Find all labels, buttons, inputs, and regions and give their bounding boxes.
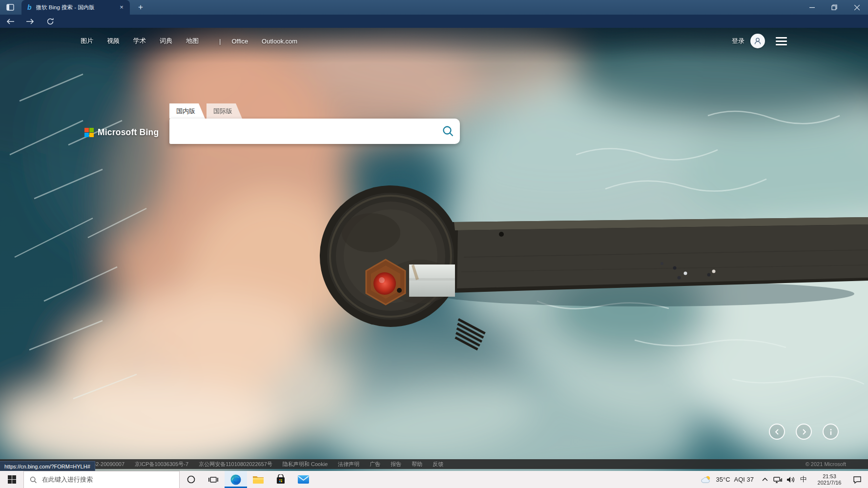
bing-homepage: 图片 视频 学术 词典 地图 | Office Outlook.com 登录 [0, 28, 868, 471]
bing-logo-text: Microsoft Bing [98, 127, 159, 138]
hamburger-icon [776, 37, 787, 39]
window-restore-button[interactable] [823, 0, 846, 15]
edge-taskbar-button[interactable] [225, 471, 247, 488]
search-version-tabs: 国内版 国际版 [169, 103, 242, 119]
tab-close-button[interactable]: × [117, 3, 126, 12]
action-center-icon [853, 476, 862, 484]
mail-icon [298, 475, 309, 484]
footer-link[interactable]: 帮助 [412, 461, 422, 468]
status-tooltip: https://cn.bing.com/?FORM=HYLH# [0, 461, 95, 471]
file-explorer-button[interactable] [247, 471, 269, 488]
weather-temp: 35°C [716, 476, 730, 483]
bing-favicon-icon: b [27, 4, 32, 11]
footer-link[interactable]: 反馈 [433, 461, 443, 468]
windows-taskbar: 在此键入进行搜索 [0, 471, 868, 488]
footer-link[interactable]: 京公网安备11010802022657号 [199, 461, 272, 468]
page-footer: 合字B2-20090007 京ICP备10036305号-7 京公网安备1101… [0, 459, 868, 469]
windows-logo-icon [8, 475, 16, 484]
footer-copyright: © 2021 Microsoft [806, 461, 846, 467]
refresh-icon [46, 18, 54, 25]
chevron-up-icon [762, 478, 768, 482]
footer-link[interactable]: 报告 [391, 461, 401, 468]
image-carousel-controls [769, 424, 839, 440]
ime-indicator[interactable]: 中 [797, 475, 810, 484]
back-icon [6, 18, 15, 25]
volume-button[interactable] [784, 471, 797, 488]
browser-toolbar: https://cn.bing.com/?FORM=Z9FD1 [0, 15, 868, 28]
search-box [169, 119, 460, 144]
window-minimize-button[interactable] [801, 0, 823, 15]
image-info-button[interactable] [823, 424, 839, 440]
footer-link[interactable]: 隐私声明和 Cookie [283, 461, 328, 468]
clock-widget[interactable]: 21:53 2021/7/16 [810, 473, 848, 486]
nav-link-maps[interactable]: 地图 [186, 37, 199, 45]
start-button[interactable] [0, 471, 23, 488]
cortana-icon [187, 475, 195, 484]
weather-widget[interactable]: 35°C AQI 37 [696, 475, 759, 484]
microsoft-logo-icon [84, 128, 94, 137]
nav-link-videos[interactable]: 视频 [107, 37, 120, 45]
nav-separator: | [219, 38, 221, 45]
footer-link[interactable]: 京ICP备10036305号-7 [135, 461, 188, 468]
user-avatar[interactable] [750, 34, 765, 48]
lighthouse-dome [373, 272, 396, 295]
task-view-icon [208, 476, 218, 484]
clock-time: 21:53 [815, 473, 844, 480]
person-icon [753, 37, 762, 45]
network-button[interactable] [771, 471, 784, 488]
store-icon [275, 474, 286, 485]
restore-icon [831, 4, 837, 10]
store-button[interactable] [269, 471, 292, 488]
close-icon [854, 5, 860, 10]
speaker-icon [786, 476, 795, 483]
info-icon [828, 428, 834, 435]
mail-button[interactable] [292, 471, 314, 488]
vertical-tabs-icon [6, 4, 14, 11]
back-button[interactable] [3, 16, 18, 27]
footer-link[interactable]: 广告 [370, 461, 380, 468]
carousel-prev-button[interactable] [769, 424, 785, 440]
clock-date: 2021/7/16 [815, 480, 844, 486]
nav-link-academic[interactable]: 学术 [133, 37, 146, 45]
tab-domestic[interactable]: 国内版 [169, 103, 205, 119]
nav-link-dictionary[interactable]: 词典 [160, 37, 172, 45]
action-center-button[interactable] [848, 471, 866, 488]
signin-link[interactable]: 登录 [732, 37, 744, 45]
forward-icon [26, 18, 34, 25]
weather-aqi: AQI 37 [734, 476, 754, 483]
network-icon [773, 476, 782, 483]
browser-tab[interactable]: b 微软 Bing 搜索 - 国内版 × [21, 0, 130, 15]
bing-top-nav: 图片 视频 学术 词典 地图 | Office Outlook.com 登录 [0, 28, 868, 54]
forward-button[interactable] [22, 16, 37, 27]
folder-icon [252, 475, 264, 485]
weather-icon [701, 475, 712, 484]
nav-link-images[interactable]: 图片 [81, 37, 93, 45]
bing-logo: Microsoft Bing [84, 123, 159, 141]
search-icon [442, 125, 455, 138]
task-view-button[interactable] [202, 471, 225, 488]
hero-background-image [0, 28, 868, 471]
hamburger-menu-button[interactable] [776, 37, 787, 45]
edge-icon [230, 474, 242, 486]
cortana-button[interactable] [180, 471, 202, 488]
refresh-button[interactable] [43, 16, 58, 27]
new-tab-button[interactable]: + [135, 2, 146, 13]
tab-international[interactable]: 国际版 [207, 103, 242, 119]
search-button[interactable] [436, 119, 460, 144]
chevron-right-icon [801, 429, 807, 435]
tab-actions-button[interactable] [5, 2, 16, 12]
nav-link-outlook[interactable]: Outlook.com [262, 38, 297, 45]
browser-titlebar: b 微软 Bing 搜索 - 国内版 × + [0, 0, 868, 15]
footer-link[interactable]: 法律声明 [338, 461, 359, 468]
taskbar-search-box[interactable]: 在此键入进行搜索 [23, 471, 180, 488]
taskbar-search-placeholder: 在此键入进行搜索 [42, 475, 93, 484]
nav-link-office[interactable]: Office [231, 38, 248, 45]
window-close-button[interactable] [846, 0, 868, 15]
carousel-next-button[interactable] [796, 424, 812, 440]
system-tray: 35°C AQI 37 中 21:53 2021/7/16 [696, 471, 868, 488]
minimize-icon [809, 5, 815, 10]
search-input[interactable] [169, 119, 436, 144]
tab-title: 微软 Bing 搜索 - 国内版 [36, 4, 117, 11]
tray-expand-button[interactable] [759, 471, 771, 488]
search-icon [30, 476, 37, 484]
